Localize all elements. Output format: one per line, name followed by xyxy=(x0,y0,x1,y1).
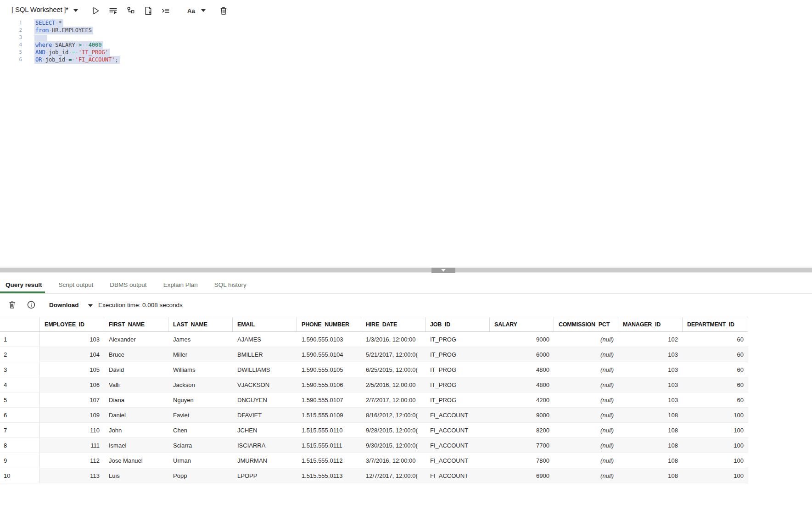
run-script-button[interactable] xyxy=(107,5,118,16)
cell-commission_pct[interactable]: (null) xyxy=(554,408,618,422)
cell-salary[interactable]: 9000 xyxy=(490,408,554,422)
column-header-job_id[interactable]: JOB_ID xyxy=(426,317,490,331)
row-number-cell[interactable]: 7 xyxy=(0,423,40,437)
cell-commission_pct[interactable]: (null) xyxy=(554,453,618,468)
cell-first_name[interactable]: Luis xyxy=(104,468,168,483)
row-number-cell[interactable]: 3 xyxy=(0,362,40,377)
cell-employee_id[interactable]: 109 xyxy=(40,408,104,422)
cell-manager_id[interactable]: 108 xyxy=(618,468,683,483)
panel-splitter[interactable] xyxy=(0,268,812,273)
column-header-hire_date[interactable]: HIRE_DATE xyxy=(361,317,426,331)
row-number-cell[interactable]: 4 xyxy=(0,377,40,392)
cell-employee_id[interactable]: 110 xyxy=(40,423,104,437)
code-line[interactable]: SELECT·* xyxy=(34,19,63,27)
splitter-collapse-handle[interactable] xyxy=(431,268,455,273)
cell-commission_pct[interactable]: (null) xyxy=(554,332,618,347)
cell-manager_id[interactable]: 103 xyxy=(618,347,683,362)
cell-email[interactable]: ISCIARRA xyxy=(233,438,297,453)
cell-phone_number[interactable]: 1.590.555.0104 xyxy=(297,347,361,362)
format-button[interactable] xyxy=(160,5,171,16)
tab-script-output[interactable]: Script output xyxy=(56,277,96,293)
cell-job_id[interactable]: IT_PROG xyxy=(426,362,490,377)
cell-manager_id[interactable]: 108 xyxy=(618,453,683,468)
cell-job_id[interactable]: IT_PROG xyxy=(426,377,490,392)
cell-job_id[interactable]: FI_ACCOUNT xyxy=(426,438,490,453)
cell-employee_id[interactable]: 106 xyxy=(40,377,104,392)
cell-last_name[interactable]: Chen xyxy=(168,423,233,437)
cell-department_id[interactable]: 100 xyxy=(683,438,748,453)
code-line[interactable]: from·HR.EMPLOYEES xyxy=(34,27,93,34)
cell-email[interactable]: DFAVIET xyxy=(233,408,297,422)
cell-email[interactable]: BMILLER xyxy=(233,347,297,362)
cell-department_id[interactable]: 60 xyxy=(683,377,748,392)
cell-job_id[interactable]: IT_PROG xyxy=(426,347,490,362)
column-header-email[interactable]: EMAIL xyxy=(233,317,297,331)
cell-employee_id[interactable]: 104 xyxy=(40,347,104,362)
cell-salary[interactable]: 4800 xyxy=(490,362,554,377)
tab-sql-history[interactable]: SQL history xyxy=(212,277,249,293)
cell-salary[interactable]: 7700 xyxy=(490,438,554,453)
column-header-phone_number[interactable]: PHONE_NUMBER xyxy=(297,317,361,331)
cell-phone_number[interactable]: 1.590.555.0106 xyxy=(297,377,361,392)
cell-last_name[interactable]: Popp xyxy=(168,468,233,483)
cell-phone_number[interactable]: 1.590.555.0105 xyxy=(297,362,361,377)
cell-email[interactable]: JCHEN xyxy=(233,423,297,437)
row-number-cell[interactable]: 5 xyxy=(0,392,40,407)
row-number-cell[interactable]: 1 xyxy=(0,332,40,347)
autotrace-button[interactable] xyxy=(143,5,154,16)
cell-hire_date[interactable]: 9/30/2015, 12:00:0( xyxy=(361,438,426,453)
cell-department_id[interactable]: 100 xyxy=(683,408,748,422)
cell-manager_id[interactable]: 108 xyxy=(618,438,683,453)
cell-salary[interactable]: 6900 xyxy=(490,468,554,483)
cell-phone_number[interactable]: 1.590.555.0107 xyxy=(297,392,361,407)
tab-query-result[interactable]: Query result xyxy=(0,277,45,293)
grid-corner-cell[interactable] xyxy=(0,317,40,331)
cell-first_name[interactable]: Bruce xyxy=(104,347,168,362)
cell-job_id[interactable]: FI_ACCOUNT xyxy=(426,408,490,422)
column-header-commission_pct[interactable]: COMMISSION_PCT xyxy=(554,317,618,331)
column-header-employee_id[interactable]: EMPLOYEE_ID xyxy=(40,317,104,331)
cell-manager_id[interactable]: 108 xyxy=(618,408,683,422)
cell-hire_date[interactable]: 9/28/2015, 12:00:0( xyxy=(361,423,426,437)
cell-first_name[interactable]: Valli xyxy=(104,377,168,392)
cell-last_name[interactable]: James xyxy=(168,332,233,347)
cell-first_name[interactable]: David xyxy=(104,362,168,377)
cell-phone_number[interactable]: 1.515.555.0111 xyxy=(297,438,361,453)
cell-phone_number[interactable]: 1.515.555.0113 xyxy=(297,468,361,483)
cell-commission_pct[interactable]: (null) xyxy=(554,423,618,437)
cell-hire_date[interactable]: 3/7/2016, 12:00:00 xyxy=(361,453,426,468)
cell-hire_date[interactable]: 1/3/2016, 12:00:00 xyxy=(361,332,426,347)
cell-phone_number[interactable]: 1.515.555.0112 xyxy=(297,453,361,468)
cell-department_id[interactable]: 60 xyxy=(683,332,748,347)
cell-phone_number[interactable]: 1.590.555.0103 xyxy=(297,332,361,347)
cell-hire_date[interactable]: 6/25/2015, 12:00:0( xyxy=(361,362,426,377)
cell-manager_id[interactable]: 103 xyxy=(618,362,683,377)
result-info-button[interactable] xyxy=(26,299,37,310)
cell-hire_date[interactable]: 12/7/2017, 12:00:0( xyxy=(361,468,426,483)
cell-employee_id[interactable]: 113 xyxy=(40,468,104,483)
cell-first_name[interactable]: Daniel xyxy=(104,408,168,422)
cell-hire_date[interactable]: 2/7/2017, 12:00:00 xyxy=(361,392,426,407)
download-caret-icon[interactable] xyxy=(88,304,93,307)
cell-commission_pct[interactable]: (null) xyxy=(554,347,618,362)
cell-employee_id[interactable]: 105 xyxy=(40,362,104,377)
cell-first_name[interactable]: Jose Manuel xyxy=(104,453,168,468)
cell-salary[interactable]: 9000 xyxy=(490,332,554,347)
cell-employee_id[interactable]: 112 xyxy=(40,453,104,468)
cell-commission_pct[interactable]: (null) xyxy=(554,377,618,392)
column-header-manager_id[interactable]: MANAGER_ID xyxy=(618,317,683,331)
cell-first_name[interactable]: Diana xyxy=(104,392,168,407)
column-header-last_name[interactable]: LAST_NAME xyxy=(168,317,233,331)
cell-last_name[interactable]: Faviet xyxy=(168,408,233,422)
worksheet-title[interactable]: [ SQL Worksheet ]* xyxy=(11,6,68,13)
font-size-button[interactable]: Aa xyxy=(187,7,195,14)
tab-dbms-output[interactable]: DBMS output xyxy=(107,277,149,293)
code-line[interactable]: AND·job_id·=·'IT_PROG' xyxy=(34,49,110,56)
download-button[interactable]: Download xyxy=(49,302,79,308)
cell-email[interactable]: DWILLIAMS xyxy=(233,362,297,377)
cell-first_name[interactable]: Alexander xyxy=(104,332,168,347)
cell-email[interactable]: JMURMAN xyxy=(233,453,297,468)
tab-explain-plan[interactable]: Explain Plan xyxy=(161,277,201,293)
code-line[interactable] xyxy=(34,34,47,41)
column-header-department_id[interactable]: DEPARTMENT_ID xyxy=(683,317,748,331)
